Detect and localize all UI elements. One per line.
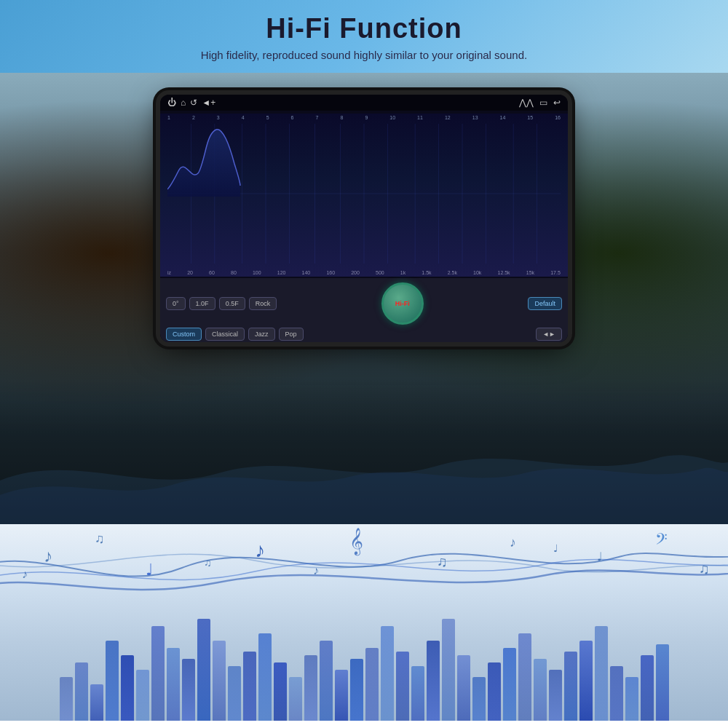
f2-button[interactable]: 0.5F	[219, 297, 245, 310]
music-bar	[335, 670, 348, 721]
music-note-5: 𝄞	[349, 528, 363, 555]
music-bar	[503, 648, 516, 721]
music-bar	[579, 641, 593, 721]
music-section: ♪ ♫ ♩ ♪ 𝄞 ♫ ♪ ♩ 𝄢 ♫ ♪ ♫ ♪ ♩	[0, 524, 728, 721]
screen-icons-right: ⋀⋀ ▭ ↩	[519, 98, 561, 108]
power-icon[interactable]: ⏻	[167, 98, 176, 108]
music-bar	[258, 633, 272, 721]
screen-unit: ⏻ ⌂ ↺ ◄+ ⋀⋀ ▭ ↩ 1 2 3 4	[160, 95, 568, 342]
music-bar	[442, 619, 455, 721]
screen-controls: 0° 1.0F 0.5F Rock Hi-Fi Default Custom C…	[160, 278, 568, 342]
music-bar	[488, 662, 501, 721]
music-bar	[610, 666, 623, 721]
music-note-6: ♫	[437, 553, 448, 570]
music-note-11: ♪	[22, 568, 28, 581]
arrows-button[interactable]: ◄►	[536, 328, 562, 341]
music-bar	[518, 633, 531, 721]
controls-row-2: Custom Classical Jazz Pop ◄►	[166, 328, 562, 341]
music-bar	[381, 626, 394, 721]
eq-frequency-labels: iz 20 60 80 100 120 140 160 200 500 1k 1…	[167, 270, 561, 275]
music-bar	[411, 666, 424, 721]
page-subtitle: High fidelity, reproduced sound highly s…	[15, 49, 713, 61]
eq-grid	[167, 124, 561, 264]
default-button[interactable]: Default	[528, 297, 562, 310]
music-bar	[121, 655, 134, 721]
music-bar	[274, 662, 287, 721]
music-bar	[90, 684, 103, 721]
window-icon[interactable]: ▭	[539, 98, 547, 108]
music-note-13: ♪	[313, 564, 319, 577]
page-title: Hi-Fi Function	[15, 13, 713, 44]
music-note-12: ♫	[204, 557, 212, 569]
header-section: Hi-Fi Function High fidelity, reproduced…	[0, 0, 728, 73]
volume-icon[interactable]: ◄+	[202, 98, 215, 108]
music-note-7: ♪	[510, 535, 516, 550]
music-bar	[182, 659, 195, 721]
pop-button[interactable]: Pop	[279, 328, 304, 341]
music-note-1: ♪	[44, 546, 52, 566]
custom-button[interactable]: Custom	[166, 328, 202, 341]
music-bar	[365, 648, 379, 721]
screen-top-bar: ⏻ ⌂ ↺ ◄+ ⋀⋀ ▭ ↩	[160, 95, 568, 111]
music-bar	[396, 652, 409, 721]
music-bar	[534, 659, 547, 721]
music-bar	[320, 641, 333, 721]
music-bar	[197, 619, 210, 721]
home-icon[interactable]: ⌂	[181, 98, 186, 108]
music-note-14: ♩	[553, 542, 558, 554]
music-bar	[641, 655, 654, 721]
music-bar	[595, 626, 608, 721]
up-icon[interactable]: ⋀⋀	[519, 98, 534, 108]
music-bar	[350, 659, 363, 721]
classical-button[interactable]: Classical	[205, 328, 245, 341]
music-note-9: 𝄢	[655, 530, 668, 553]
music-bar	[656, 644, 669, 721]
music-bar	[75, 662, 88, 721]
music-bar	[549, 670, 562, 721]
controls-row-1: 0° 1.0F 0.5F Rock Hi-Fi Default	[166, 282, 562, 325]
music-note-2: ♫	[95, 531, 105, 547]
f1-button[interactable]: 1.0F	[189, 297, 215, 310]
music-bar	[228, 666, 241, 721]
back-icon[interactable]: ↺	[190, 98, 197, 108]
music-bar	[472, 677, 486, 721]
music-bar	[136, 670, 149, 721]
music-note-3: ♩	[146, 561, 153, 579]
music-bar	[289, 677, 302, 721]
music-bar	[151, 626, 165, 721]
hifi-button[interactable]: Hi-Fi	[381, 282, 424, 325]
music-note-8: ♩	[597, 550, 603, 563]
music-bar	[60, 677, 73, 721]
music-bar	[564, 652, 577, 721]
music-bar	[213, 641, 226, 721]
hifi-label: Hi-Fi	[395, 300, 410, 307]
screen-icons-left: ⏻ ⌂ ↺ ◄+	[167, 98, 215, 108]
screen-display: ⏻ ⌂ ↺ ◄+ ⋀⋀ ▭ ↩ 1 2 3 4	[160, 95, 568, 342]
return-icon[interactable]: ↩	[553, 98, 561, 108]
music-bar	[304, 655, 317, 721]
music-bar	[625, 677, 638, 721]
eq-top-labels: 1 2 3 4 5 6 7 8 9 10 11 12 13 14 15 16	[167, 115, 561, 120]
music-bar	[427, 641, 440, 721]
music-note-10: ♫	[699, 561, 710, 577]
music-bar	[243, 652, 256, 721]
car-section: ⏻ ⌂ ↺ ◄+ ⋀⋀ ▭ ↩ 1 2 3 4	[0, 73, 728, 524]
music-bar	[457, 655, 470, 721]
eq-curve-fill	[167, 130, 240, 197]
music-bars-container	[0, 590, 728, 721]
angle-button[interactable]: 0°	[166, 297, 186, 310]
jazz-button[interactable]: Jazz	[248, 328, 275, 341]
music-bar	[106, 641, 119, 721]
eq-display: 1 2 3 4 5 6 7 8 9 10 11 12 13 14 15 16	[160, 114, 568, 277]
sound-wave-overlay	[0, 437, 728, 524]
music-bar	[167, 648, 180, 721]
music-note-4: ♪	[255, 539, 265, 562]
rock-button[interactable]: Rock	[249, 297, 277, 310]
